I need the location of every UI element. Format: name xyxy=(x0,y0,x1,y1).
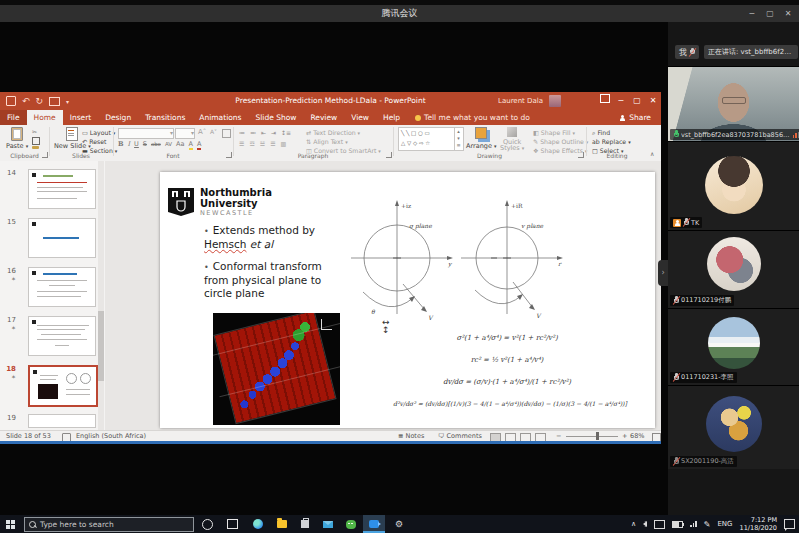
display-icon[interactable] xyxy=(654,520,665,529)
maximize-button[interactable]: ▢ xyxy=(761,5,779,22)
decrease-indent-button[interactable]: ⇤ xyxy=(261,129,266,136)
language-indicator[interactable]: ENG xyxy=(717,520,732,528)
tab-insert[interactable]: Insert xyxy=(63,110,99,125)
align-left-button[interactable]: ☰ xyxy=(239,140,244,147)
tab-animations[interactable]: Animations xyxy=(192,110,248,125)
grow-font-button[interactable]: A˄ xyxy=(198,128,206,136)
thumbnail-item-14[interactable]: 14 xyxy=(0,169,105,218)
mail-button[interactable] xyxy=(317,515,339,533)
participant-tile[interactable]: 011710219付鹏 xyxy=(668,230,799,308)
show-hidden-icons-button[interactable]: ∧ xyxy=(631,520,636,528)
wechat-button[interactable] xyxy=(340,515,362,533)
account-avatar[interactable] xyxy=(549,95,561,107)
clear-formatting-button[interactable] xyxy=(222,129,231,138)
store-button[interactable] xyxy=(294,515,316,533)
minimize-button[interactable]: ─ xyxy=(743,5,761,22)
cfd-contour-image[interactable] xyxy=(213,313,340,425)
tab-design[interactable]: Design xyxy=(98,110,138,125)
font-dialog-launcher[interactable] xyxy=(226,152,232,158)
taskbar-clock[interactable]: 7:12 PM 11/18/2020 xyxy=(740,516,777,532)
tab-transitions[interactable]: Transitions xyxy=(138,110,192,125)
zoom-slider-thumb[interactable] xyxy=(596,432,599,440)
speaker-icon[interactable] xyxy=(643,521,647,527)
taskbar-search-box[interactable]: Type here to search xyxy=(24,517,194,532)
shapes-gallery[interactable]: ╲ ╲ □ ○ ▭ △ ▽ ◇ ⇨ ☆ ▴▾≡ xyxy=(398,127,464,151)
numbering-button[interactable]: ≕ xyxy=(250,129,256,136)
cortana-button[interactable] xyxy=(196,515,218,533)
slide-18[interactable]: Northumbria University NEWCASTLE •Extend… xyxy=(160,172,655,428)
arrange-button[interactable]: Arrange ▾ xyxy=(466,127,497,150)
me-chip[interactable]: 我 xyxy=(675,45,699,59)
strike-abc-button[interactable]: abc xyxy=(151,141,161,147)
ppt-minimize-button[interactable]: ─ xyxy=(613,92,629,110)
scrollbar-thumb[interactable] xyxy=(98,311,104,381)
paste-button[interactable]: Paste ▾ xyxy=(6,127,28,150)
columns-button[interactable]: ▥ xyxy=(281,140,287,147)
bullet-list[interactable]: •Extends method by Hemsch et al •Conform… xyxy=(204,224,336,300)
character-spacing-button[interactable]: AV xyxy=(165,141,172,147)
italic-button[interactable]: I xyxy=(128,140,131,148)
font-color-button[interactable]: A xyxy=(197,140,201,150)
language-status[interactable]: English (South Africa) xyxy=(76,431,146,441)
cut-button[interactable]: ✂ xyxy=(32,128,40,136)
notes-button[interactable]: ≣ Notes xyxy=(398,431,424,441)
format-painter-button[interactable] xyxy=(32,146,39,149)
find-button[interactable]: ⌕ Find xyxy=(592,128,610,137)
shapes-scroll[interactable]: ▴▾≡ xyxy=(454,128,462,150)
sidebar-collapse-handle[interactable]: › xyxy=(658,260,668,286)
settings-button[interactable]: ⚙ xyxy=(388,515,410,533)
comments-button[interactable]: 🗨 Comments xyxy=(438,431,482,441)
quick-styles-button[interactable]: QuickStyles ▾ xyxy=(500,127,524,151)
clipboard-dialog-launcher[interactable] xyxy=(42,152,48,158)
reset-button[interactable]: ↶ Reset xyxy=(82,137,106,146)
highlight-color-button[interactable]: A xyxy=(189,140,193,150)
justify-button[interactable]: ☰ xyxy=(270,140,275,147)
align-center-button[interactable]: ☲ xyxy=(249,140,254,147)
strikethrough-button[interactable]: S xyxy=(143,140,147,148)
zoom-level[interactable]: 68% xyxy=(630,431,644,441)
bold-button[interactable]: B xyxy=(118,140,124,148)
copy-button[interactable] xyxy=(32,137,40,145)
file-explorer-button[interactable] xyxy=(271,515,293,533)
participant-tile[interactable]: 011710231-李照 xyxy=(668,308,799,385)
action-center-button[interactable] xyxy=(784,519,795,529)
drawing-dialog-launcher[interactable] xyxy=(578,152,584,158)
align-right-button[interactable]: ☱ xyxy=(260,140,265,147)
change-case-button[interactable]: Aa xyxy=(176,140,184,148)
shrink-font-button[interactable]: A˅ xyxy=(210,128,217,135)
tell-me-box[interactable]: Tell me what you want to do xyxy=(415,110,530,125)
zoom-out-button[interactable]: − xyxy=(556,431,561,441)
line-spacing-button[interactable]: ↕≡ xyxy=(281,129,291,136)
tencent-meeting-button[interactable] xyxy=(363,515,385,533)
tab-file[interactable]: File xyxy=(0,110,27,125)
increase-indent-button[interactable]: ⇥ xyxy=(271,129,276,136)
ppt-restore-button[interactable]: ▢ xyxy=(629,92,645,110)
ribbon-display-options-button[interactable] xyxy=(597,92,613,110)
ppt-close-button[interactable]: ✕ xyxy=(645,92,661,110)
bullets-button[interactable]: ≔ xyxy=(239,129,245,136)
thumbnail-item-17[interactable]: 17 ✶ xyxy=(0,316,105,365)
font-name-combobox[interactable]: ▾ xyxy=(118,128,174,139)
participant-tile[interactable]: SX2001190-高活 xyxy=(668,385,799,469)
tab-slide-show[interactable]: Slide Show xyxy=(248,110,303,125)
thumbnail-item-16[interactable]: 16 ✶ xyxy=(0,267,105,316)
thumbnail-item-15[interactable]: 15 xyxy=(0,218,105,267)
edge-button[interactable] xyxy=(247,515,269,533)
network-icon[interactable] xyxy=(690,521,697,527)
battery-icon[interactable] xyxy=(672,521,683,528)
thumbnail-item-19[interactable]: 19 xyxy=(0,414,105,430)
paragraph-dialog-launcher[interactable] xyxy=(386,152,392,158)
share-button[interactable]: Share xyxy=(618,110,651,125)
thumbnail-item-18[interactable]: 18 ✶ xyxy=(0,365,105,414)
account-name[interactable]: Laurent Dala xyxy=(498,92,543,110)
underline-button[interactable]: U xyxy=(134,140,139,148)
pen-icon[interactable]: ✎ xyxy=(704,520,711,529)
collapse-ribbon-button[interactable]: ∧ xyxy=(650,150,654,157)
tab-help[interactable]: Help xyxy=(376,110,407,125)
font-size-combobox[interactable]: ▾ xyxy=(175,128,195,139)
tab-view[interactable]: View xyxy=(344,110,376,125)
participant-tile[interactable]: TK xyxy=(668,141,799,230)
zoom-in-button[interactable]: + xyxy=(622,431,627,441)
thumbnail-scrollbar[interactable] xyxy=(98,161,104,430)
tab-home[interactable]: Home xyxy=(27,110,63,125)
